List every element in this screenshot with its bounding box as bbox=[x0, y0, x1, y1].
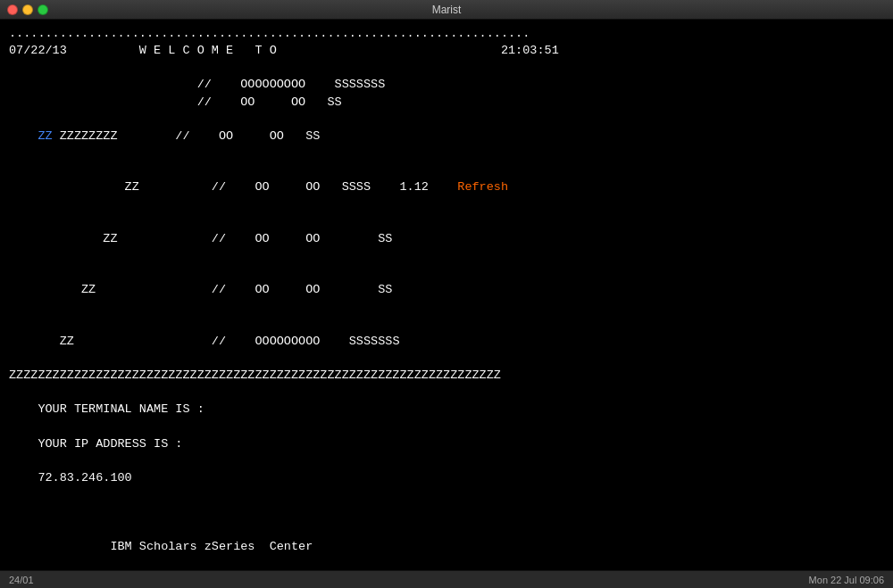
art-line-6: ZZ // OO OO SS bbox=[9, 264, 884, 315]
date-welcome-line: 07/22/13 W E L C O M E T O 21:03:51 bbox=[9, 42, 884, 59]
window-controls[interactable] bbox=[7, 4, 48, 15]
maximize-button[interactable] bbox=[38, 4, 48, 15]
status-left: 24/01 bbox=[9, 575, 34, 585]
window-title: Marist bbox=[432, 4, 462, 16]
art-line-1: // OOOOOOOOO SSSSSSS bbox=[9, 76, 884, 93]
blank-line-1 bbox=[9, 59, 884, 76]
status-right: Mon 22 Jul 09:06 bbox=[809, 575, 884, 585]
art-line-2: // OO OO SS bbox=[9, 94, 884, 111]
refresh-text: Refresh bbox=[457, 180, 508, 194]
minimize-button[interactable] bbox=[22, 4, 33, 15]
art-line-8: ZZZZZZZZZZZZZZZZZZZZZZZZZZZZZZZZZZZZZZZZ… bbox=[9, 367, 884, 384]
status-bar: 24/01 Mon 22 Jul 09:06 bbox=[0, 570, 893, 588]
art-line-4: ZZ // OO OO SSSS 1.12 Refresh bbox=[9, 161, 884, 212]
zz-blue: ZZ bbox=[38, 129, 52, 143]
dots-line: ........................................… bbox=[9, 25, 884, 42]
title-bar: Marist bbox=[0, 0, 893, 20]
blank-line-2 bbox=[9, 503, 884, 520]
terminal-area[interactable]: ........................................… bbox=[0, 20, 893, 570]
art-line-5: ZZ // OO OO SS bbox=[9, 213, 884, 264]
ibm-scholars-line: IBM Scholars zSeries Center bbox=[9, 521, 884, 570]
art-line-7: ZZ // OOOOOOOOO SSSSSSS bbox=[9, 316, 884, 367]
art-line-3: ZZ ZZZZZZZZ // OO OO SS bbox=[9, 111, 884, 161]
terminal-ip-line: YOUR TERMINAL NAME IS : YOUR IP ADDRESS … bbox=[9, 384, 884, 503]
close-button[interactable] bbox=[7, 4, 18, 15]
